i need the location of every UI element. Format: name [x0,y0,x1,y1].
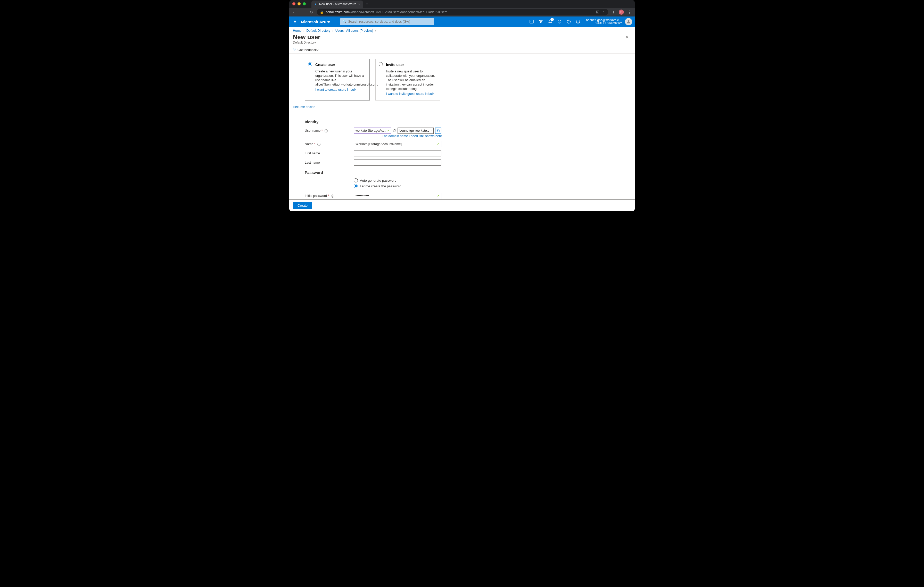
page-content: Home › Default Directory › Users | All u… [289,27,635,199]
chevron-right-icon: › [374,29,377,33]
hamburger-icon[interactable]: ≡ [289,19,301,24]
address-bar[interactable]: 🔒 portal.azure.com/#blade/Microsoft_AAD_… [317,9,608,15]
close-tab-icon[interactable]: × [358,2,360,6]
directory-filter-icon[interactable] [536,16,545,27]
chevron-right-icon: › [331,29,334,33]
first-name-input[interactable] [354,150,441,156]
heart-icon: ♡ [293,48,296,52]
identity-section-title: Identity [305,120,631,124]
auto-pw-label: Auto-generate password [360,179,396,183]
account-info[interactable]: bennett.goh@workato.c… DEFAULT DIRECTORY [584,18,624,25]
key-icon[interactable]: ⚿ [596,10,599,14]
domain-select[interactable]: bennettgohworkato.onmi… [398,128,434,134]
manual-pw-label: Let me create the password [360,184,401,188]
account-email: bennett.goh@workato.c… [586,18,622,22]
create-user-radio[interactable] [308,62,312,66]
page-title: New user [293,33,631,41]
notifications-icon[interactable]: 1 [546,16,554,27]
reload-icon[interactable]: ⟳ [309,10,314,15]
extensions-icon[interactable]: ✦ [611,10,616,15]
browser-toolbar: ← → ⟳ 🔒 portal.azure.com/#blade/Microsof… [289,8,635,16]
forward-icon[interactable]: → [300,10,306,15]
tab-title: New user - Microsoft Azure [319,2,356,6]
window-min-dot[interactable] [297,2,300,5]
blade-footer: Create [289,199,635,211]
window-max-dot[interactable] [303,2,306,5]
manual-password-option[interactable]: Let me create the password [354,184,441,188]
help-me-decide-link[interactable]: Help me decide [293,105,315,109]
create-button[interactable]: Create [293,202,312,209]
check-icon: ✓ [387,128,390,132]
create-user-card[interactable]: Create user Create a new user in your or… [305,59,370,100]
invite-user-card[interactable]: Invite user Invite a new guest user to c… [375,59,441,100]
feedback-link[interactable]: ♡ Got feedback? [289,46,635,54]
at-separator: @ [393,129,396,132]
browser-tab[interactable]: ▲ New user - Microsoft Azure × [312,0,363,8]
last-name-label: Last name [305,159,354,164]
create-user-title: Create user [315,62,365,67]
create-user-desc: Create a new user in your organization. … [315,69,365,87]
initial-password-label: Initial password * i [305,193,354,197]
check-icon: ✓ [437,194,440,197]
username-label: User name * i [305,128,354,132]
svg-rect-5 [438,130,440,132]
chevron-right-icon: › [302,29,305,33]
crumb-directory[interactable]: Default Directory [306,29,330,33]
svg-point-3 [576,20,580,23]
invite-bulk-link[interactable]: I want to invite guest users in bulk [386,92,434,95]
url-host: portal.azure.com [326,10,350,14]
crumb-home[interactable]: Home [293,29,301,33]
back-icon[interactable]: ← [291,10,297,15]
info-icon[interactable]: i [331,194,334,197]
svg-rect-0 [530,20,533,23]
new-tab-button[interactable]: + [363,1,371,7]
crumb-users[interactable]: Users | All users (Preview) [335,29,373,33]
invite-user-title: Invite user [386,62,436,67]
search-icon: 🔍 [342,20,346,23]
feedback-label: Got feedback? [297,48,318,52]
domain-missing-link[interactable]: The domain name I need isn't shown here [382,134,442,138]
create-bulk-link[interactable]: I want to create users in bulk [315,88,356,92]
invite-user-desc: Invite a new guest user to collaborate w… [386,69,436,91]
avatar[interactable] [625,18,632,25]
notif-count: 1 [550,18,554,21]
browser-tab-strip: ▲ New user - Microsoft Azure × + [289,0,635,8]
azure-favicon-icon: ▲ [314,2,317,6]
info-icon[interactable]: i [317,143,320,146]
help-icon[interactable] [564,16,573,27]
name-label: Name * i [305,141,354,146]
lock-icon: 🔒 [320,11,323,14]
star-icon[interactable]: ☆ [602,10,605,14]
password-section-title: Password [305,170,631,175]
window-close-dot[interactable] [292,2,295,5]
feedback-smile-icon[interactable] [574,16,582,27]
browser-menu-icon[interactable]: ⋮ [627,10,633,15]
name-input[interactable] [354,141,441,147]
invite-user-radio[interactable] [379,62,383,66]
svg-point-1 [559,21,560,22]
svg-point-4 [628,20,630,22]
account-directory: DEFAULT DIRECTORY [586,22,622,25]
azure-top-bar: ≡ Microsoft Azure 🔍 1 [289,16,635,27]
profile-badge[interactable]: B [619,10,624,15]
breadcrumb: Home › Default Directory › Users | All u… [289,27,635,33]
info-icon[interactable]: i [325,129,328,132]
page-subtitle: Default Directory [293,41,631,44]
close-blade-icon[interactable]: ✕ [625,35,629,40]
last-name-input[interactable] [354,159,441,166]
window-controls [289,2,309,5]
radio-icon [354,184,358,188]
check-icon: ✓ [437,142,440,146]
brand-label[interactable]: Microsoft Azure [301,20,340,24]
auto-generate-password-option[interactable]: Auto-generate password [354,178,441,183]
cloud-shell-icon[interactable] [527,16,536,27]
copy-username-button[interactable] [435,128,441,134]
radio-icon [354,178,358,183]
username-input[interactable] [354,128,391,134]
first-name-label: First name [305,150,354,155]
initial-password-input[interactable] [354,193,441,199]
url-path: /#blade/Microsoft_AAD_IAM/UsersManagemen… [350,10,447,14]
global-search-input[interactable] [340,18,434,25]
settings-icon[interactable] [555,16,564,27]
